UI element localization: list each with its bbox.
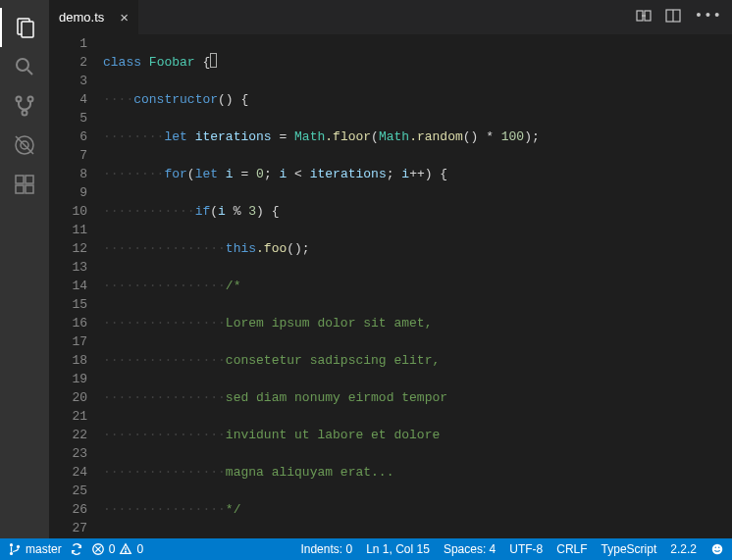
line-number: 15	[49, 295, 87, 314]
line-number: 11	[49, 221, 87, 239]
scm-icon[interactable]	[0, 86, 49, 126]
line-gutter: 1 2 3 4 5 6 7 8 9 10 11 12 13 14 15 16 1…	[49, 34, 103, 538]
line-number: 20	[49, 388, 87, 407]
line-number: 6	[49, 127, 87, 146]
git-branch[interactable]: master	[8, 542, 62, 556]
line-number: 26	[49, 500, 87, 519]
line-number: 8	[49, 165, 87, 183]
typescript-version[interactable]: 2.2.2	[670, 542, 697, 556]
sync-icon[interactable]	[70, 542, 83, 556]
status-bar: master 0 0 Indents: 0 Ln 1, Col 15 Space…	[0, 538, 732, 560]
line-number: 10	[49, 202, 87, 221]
line-number: 18	[49, 351, 87, 370]
svg-point-6	[23, 111, 27, 116]
split-editor-icon[interactable]	[665, 8, 681, 27]
line-number: 25	[49, 482, 87, 500]
line-number: 27	[49, 519, 87, 537]
svg-rect-12	[26, 185, 33, 193]
tab-actions: •••	[636, 8, 732, 27]
editor-area: demo.ts × ••• 1 2 3 4 5 6 7 8 9 10 11	[49, 0, 732, 538]
svg-point-26	[712, 544, 723, 555]
feedback-icon[interactable]	[710, 542, 724, 556]
line-number: 24	[49, 463, 87, 482]
svg-point-5	[28, 97, 33, 102]
line-number: 9	[49, 183, 87, 202]
svg-rect-11	[16, 185, 24, 193]
svg-point-27	[715, 547, 716, 548]
line-number: 21	[49, 407, 87, 426]
line-number: 14	[49, 277, 87, 295]
tab-demo-ts[interactable]: demo.ts ×	[49, 0, 139, 34]
activity-bar	[0, 0, 49, 538]
line-number: 17	[49, 332, 87, 351]
problems[interactable]: 0 0	[91, 542, 143, 556]
indents[interactable]: Indents: 0	[300, 542, 352, 556]
svg-rect-10	[16, 176, 24, 183]
line-number: 1	[49, 34, 87, 53]
search-icon[interactable]	[0, 47, 49, 86]
line-number: 23	[49, 444, 87, 463]
svg-point-19	[10, 552, 13, 555]
line-number: 4	[49, 90, 87, 109]
explorer-icon[interactable]	[0, 8, 49, 47]
cursor-position[interactable]: Ln 1, Col 15	[366, 542, 430, 556]
indent-spaces[interactable]: Spaces: 4	[444, 542, 496, 556]
svg-point-4	[17, 97, 22, 102]
svg-point-2	[17, 59, 28, 71]
tab-label: demo.ts	[59, 10, 104, 25]
svg-point-20	[17, 545, 20, 548]
code-body[interactable]: class Foobar { ····constructor() { ·····…	[103, 34, 732, 538]
compare-icon[interactable]	[636, 8, 652, 27]
svg-point-28	[718, 547, 719, 548]
svg-point-18	[10, 543, 13, 546]
encoding[interactable]: UTF-8	[509, 542, 543, 556]
line-number: 7	[49, 146, 87, 165]
line-number: 12	[49, 239, 87, 258]
line-number: 5	[49, 109, 87, 127]
more-icon[interactable]: •••	[695, 8, 722, 27]
close-icon[interactable]: ×	[120, 9, 129, 25]
svg-line-3	[27, 70, 32, 75]
line-number: 13	[49, 258, 87, 277]
debug-icon[interactable]	[0, 126, 49, 165]
svg-rect-13	[26, 176, 33, 183]
tab-bar: demo.ts × •••	[49, 0, 732, 34]
line-number: 22	[49, 426, 87, 444]
editor-content[interactable]: 1 2 3 4 5 6 7 8 9 10 11 12 13 14 15 16 1…	[49, 34, 732, 538]
svg-rect-1	[22, 22, 33, 37]
language-mode[interactable]: TypeScript	[601, 542, 657, 556]
line-number: 19	[49, 370, 87, 388]
extensions-icon[interactable]	[0, 165, 49, 204]
eol[interactable]: CRLF	[556, 542, 587, 556]
line-number: 3	[49, 72, 87, 90]
svg-point-25	[126, 551, 127, 552]
line-number: 16	[49, 314, 87, 332]
line-number: 2	[49, 53, 87, 72]
